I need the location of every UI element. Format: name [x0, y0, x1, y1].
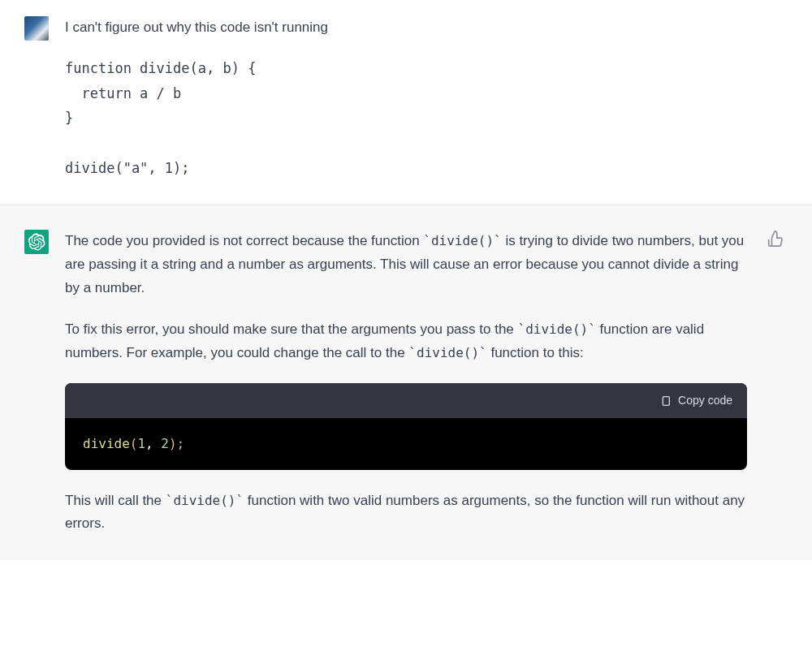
assistant-content: The code you provided is not correct bec…	[65, 230, 747, 536]
clipboard-icon	[659, 395, 672, 407]
assistant-message: The code you provided is not correct bec…	[0, 205, 812, 560]
user-code: function divide(a, b) { return a / b } d…	[65, 56, 747, 180]
inline-code: `divide()`	[423, 233, 501, 248]
inline-code: `divide()`	[166, 493, 244, 508]
user-message: I can't figure out why this code isn't r…	[0, 0, 812, 205]
code-block-header: Copy code	[65, 383, 747, 419]
copy-code-label: Copy code	[678, 391, 732, 411]
openai-logo-icon	[28, 233, 45, 251]
message-actions	[763, 230, 788, 536]
assistant-paragraph-2: To fix this error, you should make sure …	[65, 318, 747, 365]
inline-code: `divide()`	[408, 345, 486, 360]
user-prompt: I can't figure out why this code isn't r…	[65, 16, 747, 38]
user-content: I can't figure out why this code isn't r…	[65, 16, 747, 180]
svg-rect-0	[663, 396, 669, 405]
thumbs-up-icon	[767, 230, 784, 248]
user-avatar	[24, 16, 49, 41]
inline-code: `divide()`	[518, 321, 596, 337]
code-block-body: divide(1, 2);	[65, 418, 747, 469]
assistant-avatar	[24, 230, 49, 254]
copy-code-button[interactable]: Copy code	[659, 391, 732, 411]
assistant-paragraph-3: This will call the `divide()` function w…	[65, 489, 747, 537]
code-block: Copy code divide(1, 2);	[65, 383, 747, 470]
assistant-paragraph-1: The code you provided is not correct bec…	[65, 230, 747, 300]
thumbs-up-button[interactable]	[767, 230, 784, 248]
